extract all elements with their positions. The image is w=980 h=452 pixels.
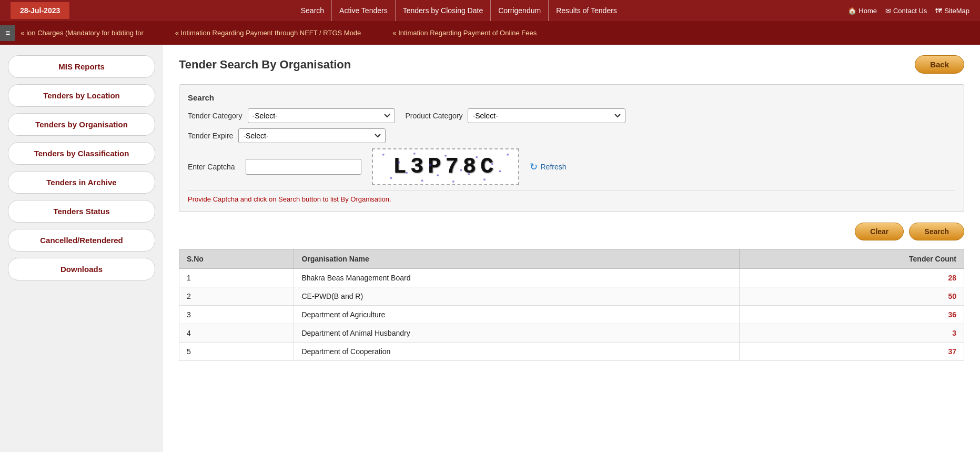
- sidebar-cancelled-retendered[interactable]: Cancelled/Retendered: [8, 229, 155, 252]
- sidebar-tenders-classification[interactable]: Tenders by Classification: [8, 142, 155, 165]
- tender-expire-group: Tender Expire -Select-: [188, 128, 386, 143]
- cell-org-name: Department of Cooperation: [294, 343, 740, 361]
- back-button[interactable]: Back: [915, 55, 964, 74]
- captcha-hint: Provide Captcha and click on Search butt…: [188, 190, 955, 203]
- nav-active-tenders[interactable]: Active Tenders: [332, 0, 396, 21]
- cell-count: 3: [740, 324, 964, 343]
- cell-count: 36: [740, 306, 964, 324]
- cell-sno: 1: [179, 269, 294, 287]
- table-row: 1 Bhakra Beas Management Board 28: [179, 269, 964, 287]
- sidebar-tenders-organisation[interactable]: Tenders by Organisation: [8, 113, 155, 136]
- product-category-group: Product Category -Select-: [406, 108, 626, 123]
- cell-sno: 3: [179, 306, 294, 324]
- nav-links: Search Active Tenders Tenders by Closing…: [69, 0, 848, 21]
- main-layout: MIS Reports Tenders by Location Tenders …: [0, 45, 980, 452]
- svg-point-13: [452, 180, 454, 183]
- action-row: Clear Search: [179, 223, 964, 240]
- nav-search[interactable]: Search: [294, 0, 332, 21]
- search-panel: Search Tender Category -Select- Product …: [179, 84, 964, 212]
- ticker-icon[interactable]: ≡: [0, 25, 15, 41]
- cell-org-name: Bhakra Beas Management Board: [294, 269, 740, 287]
- svg-point-11: [421, 179, 423, 182]
- captcha-label: Enter Captcha: [188, 163, 235, 171]
- contact-link[interactable]: ✉ Contact Us: [885, 7, 927, 15]
- search-panel-title: Search: [188, 93, 955, 102]
- cell-sno: 2: [179, 287, 294, 306]
- top-right-links: 🏠 Home ✉ Contact Us 🗺 SiteMap: [848, 7, 969, 15]
- ticker-item-2: « Intimation Regarding Payment through N…: [175, 29, 361, 37]
- nav-results[interactable]: Results of Tenders: [549, 0, 624, 21]
- table-header-row: S.No Organisation Name Tender Count: [179, 249, 964, 269]
- cell-count: 28: [740, 269, 964, 287]
- nav-closing-date[interactable]: Tenders by Closing Date: [396, 0, 491, 21]
- cell-org-name: Department of Agriculture: [294, 306, 740, 324]
- captcha-input[interactable]: [246, 159, 361, 175]
- col-org-name: Organisation Name: [294, 249, 740, 269]
- cell-count: 37: [740, 343, 964, 361]
- table-header: S.No Organisation Name Tender Count: [179, 249, 964, 269]
- clear-button[interactable]: Clear: [855, 223, 904, 240]
- cell-sno: 4: [179, 324, 294, 343]
- table-body: 1 Bhakra Beas Management Board 28 2 CE-P…: [179, 269, 964, 361]
- sitemap-link[interactable]: 🗺 SiteMap: [935, 7, 969, 15]
- table-row: 2 CE-PWD(B and R) 50: [179, 287, 964, 306]
- svg-point-9: [390, 177, 392, 179]
- sidebar-tenders-location[interactable]: Tenders by Location: [8, 84, 155, 107]
- top-navbar: 28-Jul-2023 Search Active Tenders Tender…: [0, 0, 980, 21]
- tender-expire-label: Tender Expire: [188, 132, 233, 140]
- captcha-text: L3P78C: [393, 154, 498, 179]
- table-row: 3 Department of Agriculture 36: [179, 306, 964, 324]
- home-link[interactable]: 🏠 Home: [848, 7, 877, 15]
- ticker-item-3: « Intimation Regarding Payment of Online…: [392, 29, 537, 37]
- sidebar-downloads[interactable]: Downloads: [8, 258, 155, 280]
- cell-count: 50: [740, 287, 964, 306]
- results-table: S.No Organisation Name Tender Count 1 Bh…: [179, 249, 964, 361]
- captcha-image: L3P78C: [372, 148, 519, 185]
- refresh-label: Refresh: [541, 163, 567, 171]
- svg-point-16: [499, 170, 501, 172]
- col-sno: S.No: [179, 249, 294, 269]
- refresh-icon: ↻: [530, 161, 538, 173]
- sidebar-tenders-status[interactable]: Tenders Status: [8, 200, 155, 223]
- ticker-bar: ≡ « ion Charges (Mandatory for bidding f…: [0, 21, 980, 45]
- search-row-2: Tender Expire -Select-: [188, 128, 955, 143]
- refresh-button[interactable]: ↻ Refresh: [530, 161, 567, 173]
- search-button[interactable]: Search: [909, 223, 964, 240]
- ticker-item-1: « ion Charges (Mandatory for bidding for: [21, 29, 143, 37]
- tender-category-group: Tender Category -Select-: [188, 108, 395, 123]
- page-title-row: Tender Search By Organisation Back: [179, 55, 964, 74]
- date-display: 28-Jul-2023: [11, 2, 69, 19]
- main-content: Tender Search By Organisation Back Searc…: [163, 45, 980, 452]
- tender-expire-select[interactable]: -Select-: [238, 128, 386, 143]
- search-row-1: Tender Category -Select- Product Categor…: [188, 108, 955, 123]
- captcha-row: Enter Captcha L3P78C: [188, 148, 955, 185]
- sidebar: MIS Reports Tenders by Location Tenders …: [0, 45, 163, 452]
- ticker-content: « ion Charges (Mandatory for bidding for…: [21, 29, 537, 37]
- product-category-label: Product Category: [406, 112, 463, 120]
- page-title: Tender Search By Organisation: [179, 58, 351, 72]
- col-tender-count: Tender Count: [740, 249, 964, 269]
- table-row: 5 Department of Cooperation 37: [179, 343, 964, 361]
- nav-corrigendum[interactable]: Corrigendum: [491, 0, 549, 21]
- tender-category-select[interactable]: -Select-: [248, 108, 395, 123]
- cell-sno: 5: [179, 343, 294, 361]
- sidebar-mis-reports[interactable]: MIS Reports: [8, 55, 155, 78]
- cell-org-name: Department of Animal Husbandry: [294, 324, 740, 343]
- svg-point-0: [382, 154, 384, 156]
- svg-point-8: [507, 154, 509, 156]
- sidebar-tenders-archive[interactable]: Tenders in Archive: [8, 171, 155, 194]
- product-category-select[interactable]: -Select-: [468, 108, 625, 123]
- cell-org-name: CE-PWD(B and R): [294, 287, 740, 306]
- tender-category-label: Tender Category: [188, 112, 243, 120]
- table-row: 4 Department of Animal Husbandry 3: [179, 324, 964, 343]
